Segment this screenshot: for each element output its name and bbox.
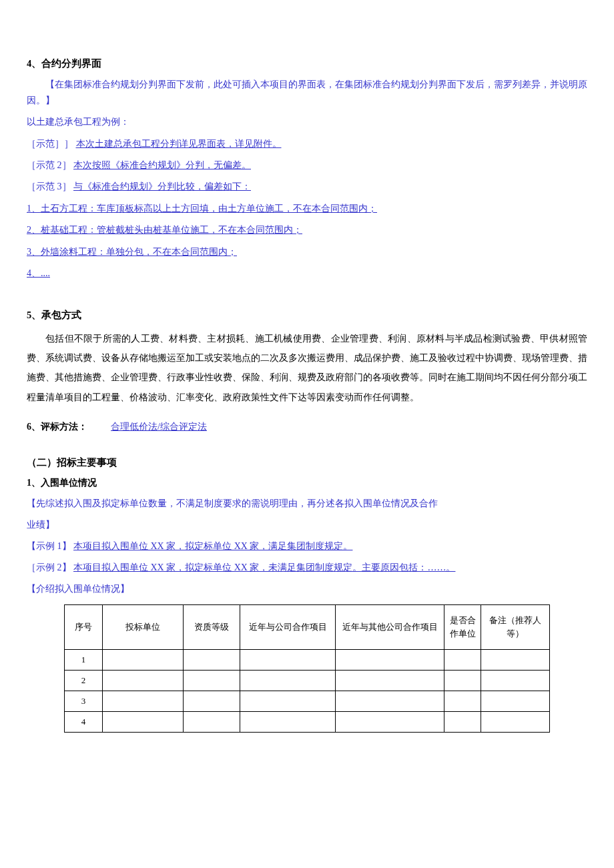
cell — [444, 712, 481, 733]
cell-seq: 4 — [65, 712, 103, 733]
cell-seq: 3 — [65, 691, 103, 712]
section-b-ex1: 【示例 1】 本项目拟入围单位 XX 家，拟定标单位 XX 家，满足集团制度规定… — [27, 538, 587, 554]
example-1-label: ［示范］］ — [27, 139, 73, 149]
cell — [336, 671, 444, 691]
cell — [444, 691, 481, 712]
th-seq: 序号 — [65, 605, 103, 650]
cell — [240, 650, 336, 671]
th-bidder: 投标单位 — [103, 605, 184, 650]
deviation-item-2: 2、桩基础工程：管桩截桩头由桩基单位施工，不在本合同范围内； — [27, 223, 587, 238]
cell — [444, 671, 481, 691]
table-header-row: 序号 投标单位 资质等级 近年与公司合作项目 近年与其他公司合作项目 是否合作单… — [65, 605, 550, 650]
example-2-line: ［示范 2］ 本次按照《标准合约规划》分判，无偏差。 — [27, 158, 587, 173]
th-qual: 资质等级 — [184, 605, 240, 650]
cell — [103, 712, 184, 733]
cell — [184, 671, 240, 691]
cell — [184, 712, 240, 733]
cell-seq: 1 — [65, 650, 103, 671]
cell — [481, 650, 550, 671]
section-b1-title: 1、入围单位情况 — [27, 476, 587, 490]
cell — [336, 650, 444, 671]
cell — [103, 650, 184, 671]
example-2-text: 本次按照《标准合约规划》分判，无偏差。 — [73, 160, 251, 170]
section-5-body: 包括但不限于所需的人工费、材料费、主材损耗、施工机械使用费、企业管理费、利润、原… — [27, 329, 587, 408]
section-b-note1: 【先综述拟入围及拟定标单位数量，不满足制度要求的需说明理由，再分述各拟入围单位情… — [27, 496, 587, 512]
section-b-ex1-label: 【示例 1】 — [27, 541, 71, 551]
table-row: 4 — [65, 712, 550, 733]
cell-seq: 2 — [65, 671, 103, 691]
section-4-note: 【在集团标准合约规划分判界面下发前，此处可插入本项目的界面表，在集团标准合约规划… — [27, 77, 587, 109]
deviation-item-4: 4、.... — [27, 266, 587, 281]
cell — [184, 650, 240, 671]
cell — [184, 691, 240, 712]
section-5-title: 5、承包方式 — [27, 308, 587, 323]
th-is-partner: 是否合作单位 — [444, 605, 481, 650]
shortlist-table: 序号 投标单位 资质等级 近年与公司合作项目 近年与其他公司合作项目 是否合作单… — [64, 604, 550, 733]
deviation-item-1: 1、土石方工程：车库顶板标高以上土方回填，由土方单位施工，不在本合同范围内； — [27, 201, 587, 216]
section-b-ex2: ［示例 2】 本项目拟入围单位 XX 家，拟定标单位 XX 家，未满足集团制度规… — [27, 560, 587, 576]
section-b-ex1-text: 本项目拟入围单位 XX 家，拟定标单位 XX 家，满足集团制度规定。 — [73, 541, 352, 551]
cell — [444, 650, 481, 671]
deviation-item-3: 3、外墙涂料工程：单独分包，不在本合同范围内； — [27, 245, 587, 260]
th-coop-company: 近年与公司合作项目 — [240, 605, 336, 650]
section-b-title: （二）招标主要事项 — [27, 455, 587, 470]
cell — [336, 691, 444, 712]
cell — [240, 712, 336, 733]
cell — [240, 671, 336, 691]
cell — [481, 671, 550, 691]
example-3-text: 与《标准合约规划》分判比较，偏差如下： — [73, 181, 251, 191]
cell — [240, 691, 336, 712]
table-row: 1 — [65, 650, 550, 671]
example-3-label: ［示范 3］ — [27, 181, 71, 191]
section-4-title: 4、合约分判界面 — [27, 56, 587, 71]
cell — [103, 671, 184, 691]
cell — [481, 712, 550, 733]
cell — [481, 691, 550, 712]
table-row: 2 — [65, 671, 550, 691]
section-b-note2: 业绩】 — [27, 517, 587, 533]
section-b-note3: 【介绍拟入围单位情况】 — [27, 581, 587, 597]
section-b-ex2-label: ［示例 2】 — [27, 562, 71, 572]
th-coop-other: 近年与其他公司合作项目 — [336, 605, 444, 650]
section-6-title: 6、评标方法： — [27, 422, 87, 432]
example-2-label: ［示范 2］ — [27, 160, 71, 170]
section-6-line: 6、评标方法： 合理低价法/综合评定法 — [27, 419, 587, 435]
example-1-line: ［示范］］ 本次土建总承包工程分判详见界面表，详见附件。 — [27, 137, 587, 151]
th-remark: 备注（推荐人等） — [481, 605, 550, 650]
section-4-intro: 以土建总承包工程为例： — [27, 114, 587, 130]
example-3-line: ［示范 3］ 与《标准合约规划》分判比较，偏差如下： — [27, 179, 587, 194]
table-row: 3 — [65, 691, 550, 712]
section-6-value: 合理低价法/综合评定法 — [111, 422, 207, 432]
section-b-ex2-text: 本项目拟入围单位 XX 家，拟定标单位 XX 家，未满足集团制度规定。主要原因包… — [73, 562, 455, 572]
example-1-text: 本次土建总承包工程分判详见界面表，详见附件。 — [76, 139, 282, 149]
cell — [336, 712, 444, 733]
cell — [103, 691, 184, 712]
